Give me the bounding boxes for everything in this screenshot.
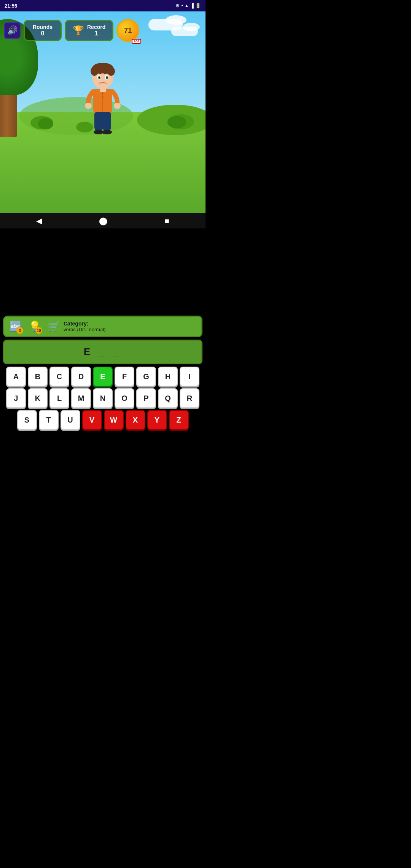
key-Q[interactable]: Q — [158, 388, 178, 408]
svg-point-13 — [102, 96, 104, 98]
status-icons: ⚙ • ▲ ▐ 🔋 — [175, 3, 201, 8]
signal-icon: ▐ — [190, 3, 194, 8]
key-G[interactable]: G — [136, 367, 156, 386]
powerup-icons: 🔤 3 💡 10 🛒 — [10, 321, 60, 332]
key-A[interactable]: A — [6, 367, 26, 386]
nav-back-button[interactable]: ◀ — [36, 216, 42, 225]
key-K[interactable]: K — [28, 388, 48, 408]
svg-point-21 — [102, 130, 112, 134]
cart-powerup-icon: 🛒 — [48, 321, 60, 332]
status-time: 21:55 — [5, 3, 17, 9]
key-V[interactable]: V — [82, 410, 102, 430]
game-character — [76, 61, 129, 137]
key-T[interactable]: T — [39, 410, 59, 430]
svg-point-12 — [102, 93, 104, 94]
bottom-ui: 🔤 3 💡 10 🛒 Category: verbs (Dif.: normal… — [0, 316, 206, 434]
record-value: 1 — [87, 30, 105, 37]
keyboard-row-3: S T U V W X Y Z — [2, 410, 203, 430]
header-bar: 🔊 Rounds 0 🏆 Record 1 71 ADS — [0, 11, 206, 49]
key-F[interactable]: F — [115, 367, 134, 386]
letters-powerup-count: 3 — [16, 327, 23, 334]
key-H[interactable]: H — [158, 367, 178, 386]
game-area: 🔊 Rounds 0 🏆 Record 1 71 ADS — [0, 11, 206, 213]
nav-bar: ◀ ⬤ ■ — [0, 213, 206, 228]
nav-recent-button[interactable]: ■ — [165, 217, 169, 225]
rounds-badge: Rounds 0 — [24, 20, 62, 41]
sound-button[interactable]: 🔊 — [4, 22, 21, 39]
key-W[interactable]: W — [104, 410, 124, 430]
ads-button[interactable]: ADS — [132, 39, 141, 44]
key-I[interactable]: I — [180, 367, 199, 386]
settings-icon: ⚙ — [175, 3, 180, 8]
nav-home-button[interactable]: ⬤ — [99, 216, 107, 225]
key-P[interactable]: P — [136, 388, 156, 408]
bush-2 — [38, 118, 53, 129]
key-R[interactable]: R — [180, 388, 199, 408]
rounds-value: 0 — [32, 30, 54, 37]
svg-point-9 — [107, 77, 108, 78]
category-bar: 🔤 3 💡 10 🛒 Category: verbs (Dif.: normal… — [3, 316, 202, 337]
category-label: Category: — [64, 321, 196, 327]
key-U[interactable]: U — [61, 410, 80, 430]
dot-icon: • — [181, 3, 183, 8]
svg-point-3 — [107, 67, 115, 76]
key-Y[interactable]: Y — [147, 410, 167, 430]
bush-4 — [167, 116, 186, 128]
word-display: E _ _ — [3, 340, 202, 364]
key-S[interactable]: S — [17, 410, 37, 430]
key-M[interactable]: M — [71, 388, 91, 408]
status-bar: 21:55 ⚙ • ▲ ▐ 🔋 — [0, 0, 206, 11]
character-svg — [80, 63, 126, 135]
key-N[interactable]: N — [93, 388, 113, 408]
keyboard: A B C D E F G H I J K L M N O P Q R S T … — [0, 367, 206, 434]
word-letters: E _ _ — [84, 346, 122, 357]
coins-badge[interactable]: 71 ADS — [116, 19, 139, 42]
letters-powerup[interactable]: 🔤 3 — [10, 321, 22, 332]
svg-point-14 — [85, 103, 92, 109]
svg-point-15 — [114, 103, 121, 109]
svg-point-2 — [91, 67, 98, 76]
key-J[interactable]: J — [6, 388, 26, 408]
key-O[interactable]: O — [115, 388, 134, 408]
key-X[interactable]: X — [126, 410, 145, 430]
record-badge: 🏆 Record 1 — [65, 20, 113, 41]
record-label: Record — [87, 24, 105, 30]
sound-icon: 🔊 — [7, 26, 18, 35]
category-value: verbs (Dif.: normal) — [64, 327, 196, 332]
key-B[interactable]: B — [28, 367, 48, 386]
wifi-icon: ▲ — [185, 3, 189, 8]
key-L[interactable]: L — [49, 388, 69, 408]
key-E[interactable]: E — [93, 367, 113, 386]
trophy-icon: 🏆 — [73, 25, 84, 36]
cart-powerup[interactable]: 🛒 — [48, 321, 60, 332]
key-D[interactable]: D — [71, 367, 91, 386]
battery-icon: 🔋 — [195, 3, 201, 8]
svg-rect-16 — [100, 88, 106, 92]
hint-powerup-count: 10 — [35, 327, 42, 334]
key-Z[interactable]: Z — [169, 410, 189, 430]
keyboard-row-1: A B C D E F G H I — [2, 367, 203, 386]
rounds-label: Rounds — [32, 24, 54, 30]
category-text: Category: verbs (Dif.: normal) — [64, 321, 196, 332]
keyboard-row-2: J K L M N O P Q R — [2, 388, 203, 408]
key-C[interactable]: C — [49, 367, 69, 386]
coins-value: 71 — [124, 27, 132, 35]
svg-point-8 — [99, 77, 100, 78]
hint-powerup[interactable]: 💡 10 — [29, 321, 41, 332]
